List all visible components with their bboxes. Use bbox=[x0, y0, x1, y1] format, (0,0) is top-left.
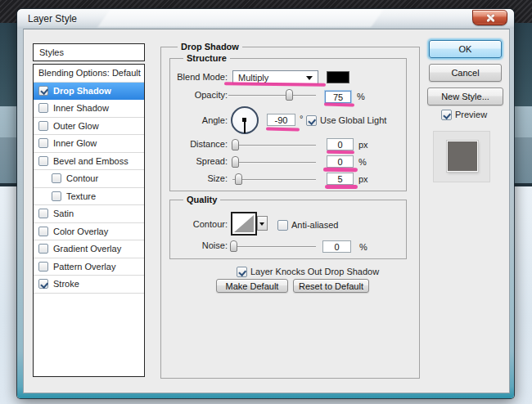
opacity-unit: % bbox=[357, 91, 365, 102]
style-list-item[interactable]: Blending Options: Default bbox=[34, 65, 144, 83]
style-list-item[interactable]: Pattern Overlay bbox=[34, 258, 144, 276]
noise-input[interactable] bbox=[322, 240, 351, 253]
style-list-item[interactable]: Inner Glow bbox=[34, 135, 144, 153]
annotation-underline-size bbox=[325, 185, 358, 189]
contour-linear-icon bbox=[234, 215, 254, 232]
style-list-item[interactable]: Inner Shadow bbox=[34, 100, 144, 118]
style-list-item[interactable]: Drop Shadow bbox=[34, 83, 144, 101]
new-style-button[interactable]: New Style... bbox=[427, 88, 503, 105]
style-item-checkbox[interactable] bbox=[38, 209, 48, 218]
angle-unit: ° bbox=[300, 113, 303, 124]
structure-group-title: Structure bbox=[183, 53, 230, 64]
close-button[interactable] bbox=[472, 10, 507, 25]
window-title: Layer Style bbox=[28, 13, 77, 25]
layer-style-dialog: Layer Style Styles Blending Options: Def… bbox=[17, 9, 514, 398]
contour-dropdown-button[interactable] bbox=[257, 216, 268, 231]
style-item-checkbox[interactable] bbox=[38, 244, 48, 254]
angle-dial-needle bbox=[244, 121, 246, 133]
size-slider-thumb[interactable] bbox=[235, 173, 242, 185]
style-item-label: Drop Shadow bbox=[53, 86, 111, 96]
ok-button[interactable]: OK bbox=[429, 40, 502, 58]
style-list-item[interactable]: Gradient Overlay bbox=[34, 240, 144, 258]
angle-label: Angle: bbox=[138, 114, 228, 126]
style-item-checkbox[interactable] bbox=[38, 227, 48, 236]
style-item-label: Texture bbox=[66, 191, 96, 201]
contour-picker[interactable] bbox=[231, 212, 257, 236]
layer-knockout-label: Layer Knocks Out Drop Shadow bbox=[250, 267, 379, 277]
spread-unit: % bbox=[358, 156, 367, 168]
size-unit: px bbox=[358, 173, 368, 185]
style-list-item[interactable]: Stroke bbox=[34, 276, 144, 294]
preview-thumbnail bbox=[447, 141, 478, 172]
use-global-light-checkbox[interactable] bbox=[306, 115, 317, 126]
angle-dial[interactable] bbox=[231, 106, 259, 134]
style-list-item[interactable]: Bevel and Emboss bbox=[34, 153, 144, 171]
styles-list: Blending Options: DefaultDrop ShadowInne… bbox=[33, 64, 145, 377]
cancel-button[interactable]: Cancel bbox=[429, 64, 502, 82]
distance-input[interactable] bbox=[327, 138, 354, 150]
style-list-item[interactable]: Outer Glow bbox=[34, 118, 144, 136]
style-item-checkbox[interactable] bbox=[38, 156, 48, 166]
style-list-item[interactable]: Color Overlay bbox=[34, 223, 144, 241]
quality-group-title: Quality bbox=[183, 195, 220, 205]
use-global-light-label: Use Global Light bbox=[320, 115, 386, 126]
distance-unit: px bbox=[358, 139, 368, 150]
style-item-checkbox[interactable] bbox=[52, 191, 61, 201]
opacity-label: Opacity: bbox=[138, 89, 228, 101]
noise-slider-thumb[interactable] bbox=[230, 240, 237, 252]
style-list-item[interactable]: Satin bbox=[34, 205, 144, 223]
screenshot-stage: Layer Style Styles Blending Options: Def… bbox=[0, 0, 532, 404]
make-default-button[interactable]: Make Default bbox=[216, 279, 288, 293]
style-item-label: Color Overlay bbox=[53, 227, 108, 236]
title-bar[interactable]: Layer Style bbox=[17, 9, 514, 29]
size-slider-track[interactable] bbox=[232, 179, 316, 180]
style-item-label: Stroke bbox=[53, 279, 79, 289]
style-item-checkbox[interactable] bbox=[38, 86, 48, 96]
opacity-slider-thumb[interactable] bbox=[286, 89, 293, 101]
size-label: Size: bbox=[138, 173, 228, 184]
style-item-label: Satin bbox=[53, 209, 74, 218]
spread-slider-thumb[interactable] bbox=[232, 156, 239, 168]
noise-slider-track[interactable] bbox=[231, 246, 316, 247]
preview-label: Preview bbox=[455, 110, 487, 120]
style-item-checkbox[interactable] bbox=[52, 173, 61, 183]
style-item-checkbox[interactable] bbox=[38, 103, 48, 113]
distance-label: Distance: bbox=[138, 138, 228, 150]
style-item-label: Inner Shadow bbox=[53, 103, 109, 113]
style-item-checkbox[interactable] bbox=[38, 279, 48, 289]
chevron-down-icon bbox=[306, 76, 313, 80]
preview-checkbox[interactable] bbox=[441, 110, 452, 120]
noise-label: Noise: bbox=[138, 240, 228, 251]
style-item-label: Blending Options: Default bbox=[38, 68, 141, 78]
drop-shadow-group-title: Drop Shadow bbox=[178, 42, 242, 52]
spread-slider-track[interactable] bbox=[232, 162, 316, 163]
style-item-label: Pattern Overlay bbox=[53, 262, 115, 272]
annotation-underline-spread bbox=[323, 168, 358, 172]
layer-knockout-checkbox[interactable] bbox=[237, 267, 247, 277]
style-item-label: Bevel and Emboss bbox=[53, 156, 128, 166]
style-item-label: Contour bbox=[66, 173, 98, 183]
opacity-slider-track[interactable] bbox=[228, 95, 316, 96]
size-input[interactable] bbox=[327, 173, 354, 185]
spread-label: Spread: bbox=[138, 155, 228, 167]
reset-to-default-button[interactable]: Reset to Default bbox=[293, 279, 369, 293]
style-item-checkbox[interactable] bbox=[38, 138, 48, 148]
style-item-label: Outer Glow bbox=[53, 121, 99, 131]
spread-input[interactable] bbox=[327, 155, 354, 168]
annotation-underline-distance bbox=[327, 150, 354, 154]
chevron-down-icon bbox=[259, 222, 264, 226]
style-item-checkbox[interactable] bbox=[38, 262, 48, 272]
close-icon bbox=[485, 13, 495, 23]
style-list-item[interactable]: Texture bbox=[34, 188, 144, 206]
anti-aliased-checkbox[interactable] bbox=[277, 220, 288, 231]
contour-label: Contour: bbox=[138, 218, 228, 230]
anti-aliased-label: Anti-aliased bbox=[291, 220, 338, 231]
opacity-input[interactable] bbox=[325, 91, 351, 103]
shadow-color-swatch[interactable] bbox=[327, 71, 349, 83]
angle-input[interactable] bbox=[267, 114, 295, 126]
style-item-label: Inner Glow bbox=[53, 138, 97, 148]
style-list-item[interactable]: Contour bbox=[34, 170, 144, 188]
style-item-checkbox[interactable] bbox=[38, 121, 48, 131]
distance-slider-thumb[interactable] bbox=[232, 139, 239, 150]
distance-slider-track[interactable] bbox=[232, 145, 316, 146]
